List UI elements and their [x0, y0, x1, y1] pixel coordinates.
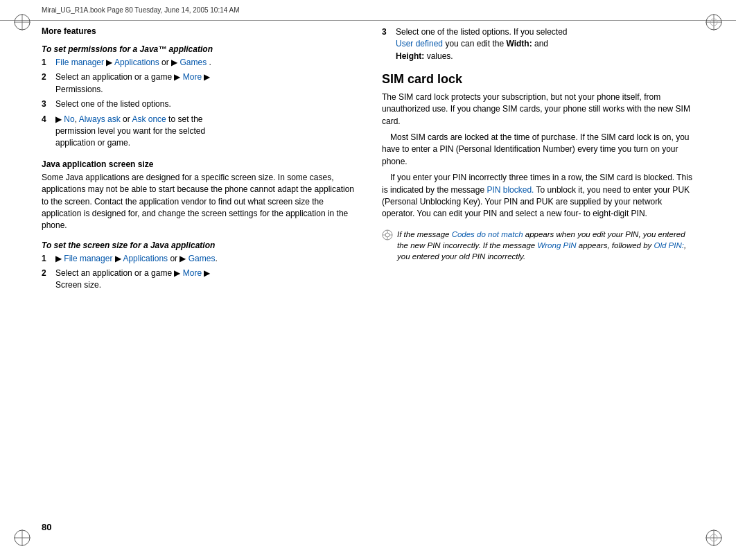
corner-mark-br — [704, 528, 724, 548]
file-manager-link: File manager — [55, 58, 104, 67]
sim-para2: Most SIM cards are locked at the time of… — [382, 132, 694, 168]
pin-blocked-text: PIN blocked. — [487, 185, 534, 195]
applications-link2: Applications — [123, 254, 168, 263]
page-container: Mirai_UG_R1A.book Page 80 Tuesday, June … — [0, 0, 736, 560]
codes-do-not-match: Codes do not match — [452, 230, 523, 238]
old-pin-text: Old PIN: — [654, 241, 684, 250]
right-column: 3 Select one of the listed options. If y… — [368, 26, 694, 518]
step-content: Select an application or a game ▶ More ▶… — [55, 268, 354, 292]
step-item: 2 Select an application or a game ▶ More… — [42, 71, 354, 96]
subsection2-title: Java application screen size — [42, 159, 354, 169]
note-icon — [382, 229, 393, 243]
applications-link: Applications — [114, 58, 159, 67]
step-item: 1 File manager ▶ Applications or ▶ Games… — [42, 57, 354, 69]
note-box: If the message Codes do not match appear… — [382, 229, 694, 262]
step-content: Select an application or a game ▶ More ▶… — [55, 71, 354, 96]
step-item: 3 Select one of the listed options. — [42, 98, 354, 110]
step-number: 1 — [42, 57, 53, 69]
step-item: 1 ▶ File manager ▶ Applications or ▶ Gam… — [42, 253, 354, 265]
games-link: Games — [179, 58, 207, 67]
step-number: 3 — [42, 98, 53, 110]
subsection2-body: Some Java applications are designed for … — [42, 172, 354, 232]
step-number: 2 — [42, 268, 53, 292]
sim-card-lock-heading: SIM card lock — [382, 72, 694, 87]
step-number: 3 — [382, 26, 393, 62]
no-link: No — [64, 114, 74, 124]
step-number: 2 — [42, 71, 53, 96]
right-step3: 3 Select one of the listed options. If y… — [382, 26, 694, 62]
step-item: 2 Select an application or a game ▶ More… — [42, 268, 354, 292]
subsection3-title: To set the screen size for a Java applic… — [42, 240, 354, 250]
page-number: 80 — [42, 522, 51, 532]
user-defined-link: User defined — [396, 39, 443, 49]
always-ask-link: Always ask — [79, 114, 121, 124]
ask-once-link: Ask once — [132, 114, 166, 124]
height-label: Height: — [396, 51, 424, 61]
subsection3-steps: 1 ▶ File manager ▶ Applications or ▶ Gam… — [42, 253, 354, 292]
subsection1-steps: 1 File manager ▶ Applications or ▶ Games… — [42, 57, 354, 150]
wrong-pin-text: Wrong PIN — [537, 241, 576, 250]
step-content: Select one of the listed options. If you… — [396, 26, 694, 62]
step-content: Select one of the listed options. — [55, 98, 354, 110]
left-column: More features To set permissions for a J… — [42, 26, 368, 518]
subsection1-title: To set permissions for a Java™ applicati… — [42, 44, 354, 54]
note-text: If the message Codes do not match appear… — [397, 229, 694, 262]
corner-mark-bl — [12, 528, 32, 548]
header-bar: Mirai_UG_R1A.book Page 80 Tuesday, June … — [0, 0, 736, 21]
sim-para3: If you enter your PIN incorrectly three … — [382, 172, 694, 220]
games-link2: Games — [189, 254, 216, 263]
step-number: 4 — [42, 114, 53, 150]
file-manager-link2: File manager — [64, 254, 112, 263]
header-text: Mirai_UG_R1A.book Page 80 Tuesday, June … — [42, 6, 240, 14]
step-content: ▶ No, Always ask or Ask once to set the … — [55, 114, 354, 150]
step-content: File manager ▶ Applications or ▶ Games . — [55, 57, 354, 69]
step-number: 1 — [42, 253, 53, 265]
step-content: ▶ File manager ▶ Applications or ▶ Games… — [55, 253, 354, 265]
sim-para1: The SIM card lock protects your subscrip… — [382, 91, 694, 128]
section-title: More features — [42, 26, 354, 36]
corner-mark-tl — [12, 12, 32, 32]
more-link: More — [183, 72, 202, 82]
svg-point-15 — [385, 233, 389, 237]
step-item: 4 ▶ No, Always ask or Ask once to set th… — [42, 114, 354, 150]
width-label: Width: — [506, 39, 532, 49]
corner-mark-tr — [704, 12, 724, 32]
more-link2: More — [183, 268, 202, 278]
